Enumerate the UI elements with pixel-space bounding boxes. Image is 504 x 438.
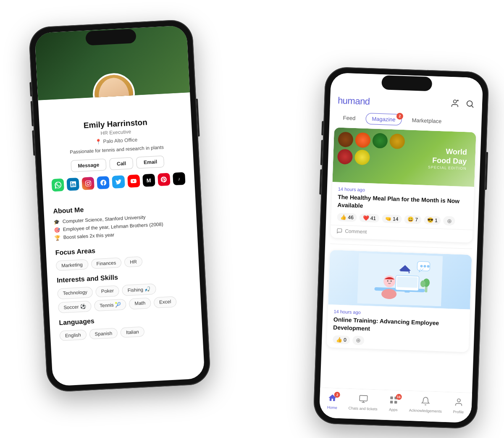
- reaction-add-2[interactable]: ⊕: [352, 336, 365, 345]
- nav-apps[interactable]: 16 Apps: [388, 395, 398, 412]
- reaction-laugh[interactable]: 😄7: [404, 215, 421, 224]
- phone-right: humand: [313, 66, 489, 429]
- interests-section: Interests and Skills Technology Poker Fi…: [47, 269, 202, 320]
- tag-poker[interactable]: Poker: [95, 285, 119, 297]
- home-badge: 2: [334, 392, 340, 398]
- tag-hr[interactable]: HR: [124, 256, 143, 267]
- svg-rect-6: [397, 276, 418, 288]
- chat-icon: [358, 394, 368, 406]
- nav-profile[interactable]: Profile: [453, 398, 464, 414]
- chats-label: Chats and tickets: [348, 406, 377, 411]
- youtube-icon[interactable]: [127, 174, 140, 187]
- trophy-icon: 🏆: [54, 235, 60, 241]
- svg-rect-25: [390, 401, 393, 404]
- article-1-meta: 14 hours ago The Healthy Meal Plan for t…: [331, 182, 474, 214]
- message-button[interactable]: Message: [71, 159, 107, 172]
- twitter-icon[interactable]: [112, 175, 125, 188]
- tab-marketplace[interactable]: Marketplace: [406, 115, 448, 126]
- svg-rect-26: [394, 401, 397, 404]
- article-2-meta: 14 hours ago Online Training: Advancing …: [327, 304, 470, 336]
- screen-left: Emily Harrinston HR Executive 📍 Palo Alt…: [34, 25, 205, 386]
- comment-label-1: Comment: [345, 228, 367, 235]
- linkedin-icon[interactable]: [67, 178, 80, 191]
- graduation-icon: 🎓: [53, 219, 60, 226]
- tag-soccer[interactable]: Soccer ⚽: [58, 301, 92, 313]
- email-button[interactable]: Email: [136, 155, 164, 168]
- article-1-title: The Healthy Meal Plan for the Month is N…: [337, 193, 468, 214]
- tag-fishing[interactable]: Fishing 🎣: [122, 283, 156, 296]
- svg-rect-14: [409, 270, 410, 273]
- reaction-fist[interactable]: 🤜14: [382, 214, 402, 223]
- apps-badge: 16: [396, 394, 402, 400]
- article-1-image: WorldFood Day SPECIAL EDITION: [332, 127, 476, 187]
- article-2-image: [328, 250, 472, 309]
- tag-tennis[interactable]: Tennis 🎾: [94, 299, 127, 312]
- facebook-icon[interactable]: [97, 176, 110, 189]
- reaction-thumbs-2[interactable]: 👍0: [333, 335, 350, 344]
- magazine-badge: 2: [396, 113, 404, 120]
- screen-right: humand: [319, 73, 483, 423]
- svg-rect-1: [457, 100, 458, 101]
- divider: [330, 244, 472, 249]
- search-icon[interactable]: [465, 99, 475, 111]
- svg-rect-7: [404, 290, 410, 292]
- tag-italian[interactable]: Italian: [120, 326, 144, 338]
- reaction-add[interactable]: ⊕: [443, 216, 455, 226]
- action-buttons: Message Call Email: [50, 155, 184, 173]
- notch-left: [85, 29, 136, 45]
- phone-left: Emily Harrinston HR Executive 📍 Palo Alt…: [29, 19, 211, 392]
- tab-feed[interactable]: Feed: [337, 113, 361, 124]
- article-1[interactable]: WorldFood Day SPECIAL EDITION 14 hours a…: [331, 127, 476, 242]
- tag-excel[interactable]: Excel: [154, 296, 177, 308]
- language-tags: English Spanish Italian: [59, 324, 193, 341]
- bottom-nav: 2 Home Chats and tickets 16: [319, 387, 472, 423]
- reaction-thumbs[interactable]: 👍46: [337, 212, 357, 222]
- tag-spanish[interactable]: Spanish: [89, 328, 118, 340]
- pinterest-icon[interactable]: [158, 173, 171, 186]
- tag-marketing[interactable]: Marketing: [56, 259, 89, 271]
- tag-math[interactable]: Math: [129, 297, 151, 309]
- svg-point-2: [467, 101, 472, 106]
- instagram-icon[interactable]: [82, 177, 95, 190]
- svg-point-0: [453, 100, 457, 103]
- reaction-cool[interactable]: 😎1: [424, 216, 441, 225]
- focus-tags: Marketing Finances HR: [56, 254, 190, 271]
- tab-magazine[interactable]: Magazine 2: [365, 113, 402, 126]
- nav-acknowledgements[interactable]: Acknowledgements: [409, 396, 442, 414]
- svg-rect-22: [360, 396, 368, 401]
- medium-icon[interactable]: M: [142, 174, 155, 187]
- tag-technology[interactable]: Technology: [57, 287, 93, 299]
- training-background: [328, 250, 472, 309]
- food-day-background: WorldFood Day SPECIAL EDITION: [332, 127, 476, 187]
- tiktok-icon[interactable]: ♪: [173, 172, 186, 185]
- nav-chats[interactable]: Chats and tickets: [348, 394, 378, 411]
- whatsapp-icon[interactable]: [51, 178, 64, 191]
- award-icon: 🎯: [54, 227, 60, 233]
- feed-content: WorldFood Day SPECIAL EDITION 14 hours a…: [320, 127, 481, 406]
- about-me-section: About Me 🎓 Computer Science, Stanford Un…: [44, 200, 198, 250]
- svg-rect-23: [390, 396, 393, 399]
- apps-label: Apps: [389, 407, 398, 412]
- profile-info: Emily Harrinston HR Executive 📍 Palo Alt…: [38, 92, 196, 208]
- profile-label: Profile: [453, 410, 464, 414]
- app-logo: humand: [338, 95, 370, 107]
- location-pin-icon: 📍: [95, 139, 102, 145]
- reaction-heart[interactable]: ❤️41: [359, 213, 379, 223]
- food-day-title: WorldFood Day: [428, 147, 467, 166]
- svg-point-27: [457, 399, 460, 402]
- social-icons: M ♪: [51, 172, 185, 192]
- profile-icon[interactable]: [450, 99, 460, 110]
- food-day-text: WorldFood Day SPECIAL EDITION: [428, 147, 467, 170]
- home-label: Home: [327, 405, 337, 410]
- notch-right: [381, 75, 432, 91]
- user-icon: [454, 398, 464, 409]
- call-button[interactable]: Call: [109, 157, 133, 170]
- tag-english[interactable]: English: [59, 330, 87, 341]
- article-2-title: Online Training: Advancing Employee Deve…: [333, 315, 464, 336]
- bell-icon: [421, 396, 430, 408]
- scene: Emily Harrinston HR Executive 📍 Palo Alt…: [0, 0, 504, 438]
- reactions-2: 👍0 ⊕: [327, 335, 469, 352]
- article-2[interactable]: 14 hours ago Online Training: Advancing …: [327, 250, 472, 352]
- nav-home[interactable]: 2 Home: [327, 393, 338, 410]
- tag-finances[interactable]: Finances: [91, 257, 122, 269]
